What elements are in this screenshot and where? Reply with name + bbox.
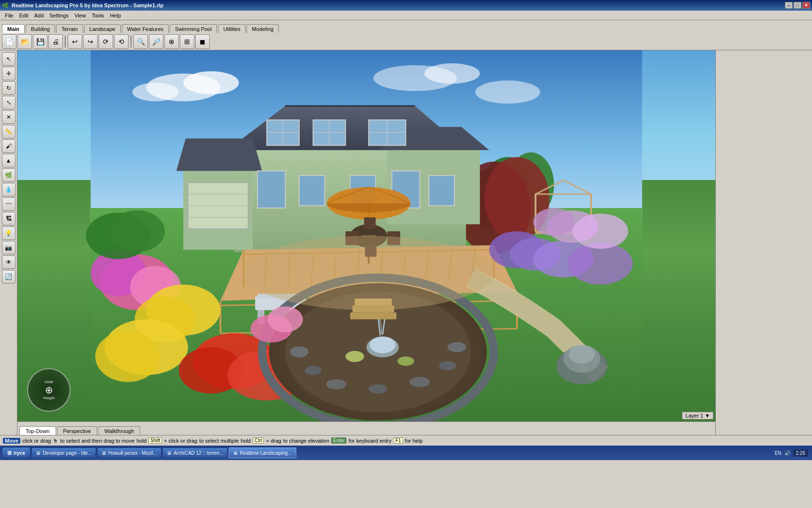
taskbar-label: Новый релиз - Mozil... xyxy=(108,450,157,456)
toolbar: 📄📂💾🖨↩↪⟳⟲🔍🔎⊕⊞◼ xyxy=(0,33,812,50)
enter-key: Enter xyxy=(331,437,347,444)
status-text3: + click or drag xyxy=(164,438,197,444)
left-tool-water[interactable]: 💧 xyxy=(2,183,15,196)
left-tool-terrain[interactable]: ▲ xyxy=(2,154,15,167)
left-toolbar: ↖✛↻⤡✕📏🖌▲🌿💧〰🏗💡📷👁🔄 xyxy=(0,50,17,435)
left-tool-plant[interactable]: 🌿 xyxy=(2,168,15,182)
svg-point-113 xyxy=(573,213,628,249)
volume-icon[interactable]: 🔊 xyxy=(784,450,790,456)
left-tool-refresh[interactable]: 🔄 xyxy=(2,270,15,284)
view-tab-perspective[interactable]: Perspective xyxy=(57,426,97,435)
svg-point-103 xyxy=(397,357,414,366)
menubar: FileEditAddSettingsViewToolsHelp xyxy=(0,11,812,20)
taskbar-item[interactable]: 🖥Realtime Landscaping... xyxy=(229,448,296,458)
left-tool-structure[interactable]: 🏗 xyxy=(2,212,15,225)
restore-button[interactable]: □ xyxy=(794,2,801,9)
tab-building[interactable]: Building xyxy=(26,24,55,33)
svg-rect-117 xyxy=(350,313,396,319)
taskbar-item[interactable]: 🖥Developer page - Ide... xyxy=(31,448,96,458)
svg-point-98 xyxy=(439,361,456,370)
tab-terrain[interactable]: Terrain xyxy=(56,24,83,33)
taskbar-systray: EN 🔊 2:26 xyxy=(775,449,810,457)
svg-rect-116 xyxy=(352,305,394,312)
compass-height: Height xyxy=(43,396,54,400)
toolbar-print-button[interactable]: 🖨 xyxy=(48,34,63,49)
tab-water-features[interactable]: Water Features xyxy=(122,24,169,33)
toolbar-rotate-cw-button[interactable]: ⟳ xyxy=(99,34,113,49)
toolbar-zoom-out-button[interactable]: 🔎 xyxy=(149,34,163,49)
toolbar-grid-button[interactable]: ⊞ xyxy=(180,34,194,49)
svg-point-101 xyxy=(370,337,396,354)
left-tool-light[interactable]: 💡 xyxy=(2,226,15,240)
toolbar-display-button[interactable]: ◼ xyxy=(195,34,210,49)
tab-utilities[interactable]: Utilities xyxy=(218,24,246,33)
menu-item-file[interactable]: File xyxy=(2,12,16,19)
toolbar-save-button[interactable]: 💾 xyxy=(33,34,47,49)
titlebar: 🌿 Realtime Landscaping Pro 5 by Idea Spe… xyxy=(0,0,812,11)
svg-marker-25 xyxy=(176,138,262,171)
taskbar-item[interactable]: 🖥Новый релиз - Mozil... xyxy=(97,448,161,458)
taskbar-label: Realtime Landscaping... xyxy=(240,450,291,456)
view-tab-walkthrough[interactable]: Walkthrough xyxy=(98,426,140,435)
close-button[interactable]: ✕ xyxy=(802,2,810,9)
menu-item-settings[interactable]: Settings xyxy=(46,12,72,19)
start-button[interactable]: ⊞пуск xyxy=(2,447,30,459)
tab-modeling[interactable]: Modeling xyxy=(246,24,279,33)
left-tool-move[interactable]: ✛ xyxy=(2,67,15,80)
toolbar-new-button[interactable]: 📄 xyxy=(2,34,16,49)
windows-icon: ⊞ xyxy=(7,450,12,456)
left-tool-delete[interactable]: ✕ xyxy=(2,110,15,124)
svg-point-105 xyxy=(268,306,303,332)
cursor-icon: 🖱 xyxy=(53,438,58,444)
f1-key: F1 xyxy=(393,437,403,444)
left-tool-paint[interactable]: 🖌 xyxy=(2,139,15,153)
status-text4: to select multiple xyxy=(199,438,239,444)
left-tool-visibility[interactable]: 👁 xyxy=(2,255,15,269)
taskbar-label: ArchiCAD 12 :: torren... xyxy=(174,450,223,456)
toolbar-separator xyxy=(65,36,66,47)
toolbar-open-button[interactable]: 📂 xyxy=(17,34,32,49)
svg-point-2 xyxy=(183,71,239,94)
left-tool-measure[interactable]: 📏 xyxy=(2,125,15,138)
svg-point-93 xyxy=(290,346,308,358)
toolbar-zoom-fit-button[interactable]: ⊕ xyxy=(164,34,179,49)
compass-orbit: Orbit xyxy=(43,380,54,384)
taskbar-icon: 🖥 xyxy=(167,450,172,456)
menu-item-view[interactable]: View xyxy=(72,12,89,19)
toolbar-zoom-in-button[interactable]: 🔍 xyxy=(133,34,148,49)
status-text8: for help xyxy=(405,438,423,444)
left-tool-path[interactable]: 〰 xyxy=(2,197,15,211)
left-tool-camera[interactable]: 📷 xyxy=(2,241,15,254)
minimize-button[interactable]: ─ xyxy=(785,2,793,9)
menu-item-help[interactable]: Help xyxy=(107,12,124,19)
left-tool-scale[interactable]: ⤡ xyxy=(2,96,15,109)
3d-viewport[interactable]: Orbit ⊕ Height Layer 1 ▼ xyxy=(17,50,715,421)
status-text5: + drag xyxy=(266,438,281,444)
toolbar-redo-button[interactable]: ↪ xyxy=(83,34,98,49)
svg-rect-38 xyxy=(299,176,325,206)
menu-item-tools[interactable]: Tools xyxy=(89,12,107,19)
layer-indicator[interactable]: Layer 1 ▼ xyxy=(682,412,713,419)
svg-point-6 xyxy=(475,80,540,104)
app-icon: 🌿 xyxy=(2,2,9,9)
svg-point-108 xyxy=(569,345,595,363)
menu-item-edit[interactable]: Edit xyxy=(16,12,31,19)
taskbar-icon: 🖥 xyxy=(36,450,41,456)
tab-swimming-pool[interactable]: Swimming Pool xyxy=(170,24,217,33)
menu-item-add[interactable]: Add xyxy=(31,12,47,19)
taskbar-item[interactable]: 🖥ArchiCAD 12 :: torren... xyxy=(162,448,228,458)
taskbar-icon: 🖥 xyxy=(233,450,238,456)
toolbar-rotate-ccw-button[interactable]: ⟲ xyxy=(114,34,129,49)
status-modifier2: hold xyxy=(241,438,251,444)
svg-rect-37 xyxy=(258,171,286,208)
view-tab-top-down[interactable]: Top-Down xyxy=(19,426,56,435)
tab-main[interactable]: Main xyxy=(2,24,25,33)
left-tool-select[interactable]: ↖ xyxy=(2,52,15,66)
tab-landscape[interactable]: Landscape xyxy=(84,24,121,33)
svg-point-97 xyxy=(409,377,430,387)
toolbar-undo-button[interactable]: ↩ xyxy=(68,34,82,49)
left-tool-rotate[interactable]: ↻ xyxy=(2,81,15,95)
taskbar-label: Developer page - Ide... xyxy=(43,450,92,456)
status-modifier1: hold xyxy=(137,438,147,444)
svg-point-78 xyxy=(95,331,160,382)
